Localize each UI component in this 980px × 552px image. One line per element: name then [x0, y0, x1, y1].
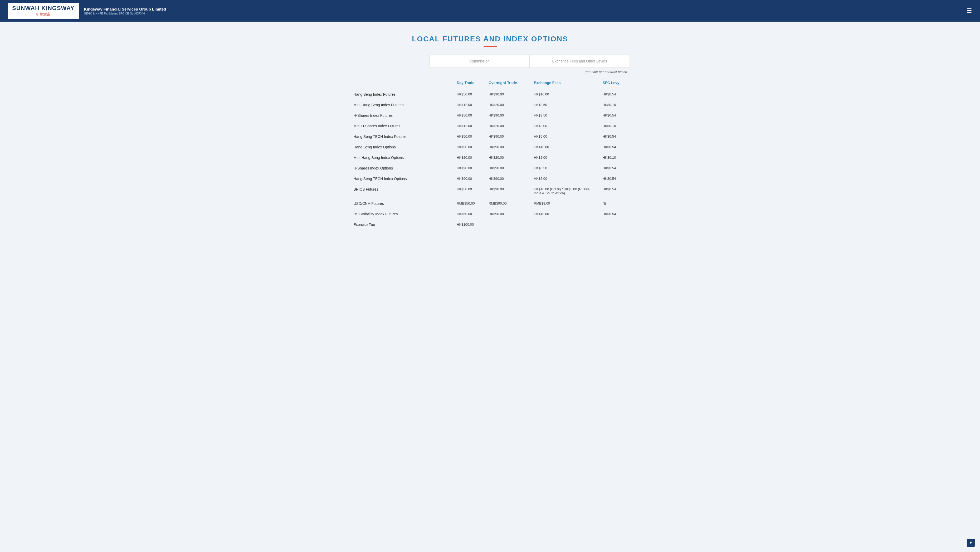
cell-exchange_fees: HK$10.00: [531, 209, 600, 219]
header: SUNWAH KINGSWAY 新華滙富 Kingsway Financial …: [0, 0, 980, 22]
cell-overnight_trade: HK$90.00: [485, 184, 531, 198]
company-subtitle: SEHK & HKFE Participant SFC CE No ADF346: [84, 12, 166, 15]
column-group-headers: Commission Exchange Fees and Other Levie…: [430, 54, 630, 68]
cell-day_trade: HK$12.00: [453, 121, 485, 131]
cell-product: Hang Seng TECH Index Options: [350, 174, 454, 184]
cell-day_trade: HK$90.00: [453, 163, 485, 174]
cell-day_trade: HK$20.00: [453, 152, 485, 163]
cell-day_trade: RMB$50.00: [453, 198, 485, 209]
cell-overnight_trade: HK$20.00: [485, 100, 531, 110]
cell-sfc_levy: HK$0.54: [600, 174, 630, 184]
col-header-exchange-fees: Exchange Fees and Other Levies: [530, 54, 630, 68]
cell-sfc_levy: HK$0.54: [600, 163, 630, 174]
cell-exchange_fees: HK$10.00: [531, 89, 600, 100]
cell-sfc_levy: HK$0.54: [600, 110, 630, 121]
table-row: H-Shares Index OptionsHK$90.00HK$90.00HK…: [350, 163, 630, 174]
col-header-day-trade: Day Trade: [453, 78, 485, 89]
title-underline: [484, 46, 497, 47]
cell-sfc_levy: HK$0.10: [600, 152, 630, 163]
cell-product: HSI Volatility Index Futures: [350, 209, 454, 219]
cell-sfc_levy: HK$0.54: [600, 142, 630, 152]
cell-day_trade: HK$12.00: [453, 100, 485, 110]
cell-day_trade: HK$50.00: [453, 184, 485, 198]
cell-overnight_trade: HK$90.00: [485, 174, 531, 184]
table-row: Hang Seng Index OptionsHK$90.00HK$90.00H…: [350, 142, 630, 152]
cell-product: Mini H-Shares Index Futures: [350, 121, 454, 131]
col-header-sfc-levy: SFC Levy: [600, 78, 630, 89]
cell-product: BRICS Futures: [350, 184, 454, 198]
cell-sfc_levy: HK$0.54: [600, 89, 630, 100]
table-header-row: Day Trade Overnight Trade Exchange Fees …: [350, 78, 630, 89]
page-title: LOCAL FUTURES AND INDEX OPTIONS: [350, 35, 630, 43]
cell-product: H-Shares Index Futures: [350, 110, 454, 121]
col-header-commission: Commission: [430, 54, 530, 68]
cell-day_trade: HK$90.00: [453, 142, 485, 152]
cell-overnight_trade: HK$20.00: [485, 121, 531, 131]
cell-product: Hang Seng Index Futures: [350, 89, 454, 100]
table-row: Mini H-Shares Index FuturesHK$12.00HK$20…: [350, 121, 630, 131]
cell-exchange_fees: HK$2.00: [531, 121, 600, 131]
cell-overnight_trade: HK$90.00: [485, 163, 531, 174]
cell-sfc_levy: HK$0.10: [600, 121, 630, 131]
table-row: H-Shares Index FuturesHK$50.00HK$90.00HK…: [350, 110, 630, 121]
cell-sfc_levy: HK$0.54: [600, 131, 630, 142]
header-company: Kingsway Financial Services Group Limite…: [84, 7, 166, 15]
col-header-exchange-fees: Exchange Fees: [531, 78, 600, 89]
table-row: Hang Seng TECH Index OptionsHK$90.00HK$9…: [350, 174, 630, 184]
cell-overnight_trade: [485, 219, 531, 230]
cell-exchange_fees: HK$3.50: [531, 100, 600, 110]
table-row: USD/CNH FuturesRMB$50.00RMB$90.00RMB$8.0…: [350, 198, 630, 209]
cell-overnight_trade: HK$90.00: [485, 89, 531, 100]
cell-exchange_fees: HK$3.50: [531, 110, 600, 121]
cell-sfc_levy: [600, 219, 630, 230]
col-header-product: [350, 78, 454, 89]
cell-overnight_trade: HK$90.00: [485, 110, 531, 121]
cell-exchange_fees: HK$5.00: [531, 174, 600, 184]
main-content: LOCAL FUTURES AND INDEX OPTIONS Commissi…: [345, 22, 635, 241]
cell-sfc_levy: HK$0.54: [600, 209, 630, 219]
cell-sfc_levy: HK$0.10: [600, 100, 630, 110]
table-row: BRICS FuturesHK$50.00HK$90.00HK$10.00 (B…: [350, 184, 630, 198]
cell-day_trade: HK$50.00: [453, 110, 485, 121]
cell-product: USD/CNH Futures: [350, 198, 454, 209]
cell-product: Hang Seng Index Options: [350, 142, 454, 152]
cell-product: H-Shares Index Options: [350, 163, 454, 174]
hamburger-menu-icon[interactable]: ☰: [966, 7, 972, 14]
logo-chinese: 新華滙富: [36, 12, 51, 17]
per-side-note: (per side per contract basis): [350, 70, 630, 74]
table-row: Exercise FeeHK$100.00: [350, 219, 630, 230]
cell-overnight_trade: HK$90.00: [485, 131, 531, 142]
cell-day_trade: HK$50.00: [453, 209, 485, 219]
table-row: Mini-Hang Seng Index OptionsHK$20.00HK$2…: [350, 152, 630, 163]
logo-kingsway-text: KINGSWAY: [41, 5, 75, 11]
cell-overnight_trade: HK$90.00: [485, 209, 531, 219]
cell-overnight_trade: HK$20.00: [485, 152, 531, 163]
cell-exchange_fees: HK$10.00: [531, 142, 600, 152]
cell-day_trade: HK$50.00: [453, 131, 485, 142]
cell-product: Mini-Hang Seng Index Futures: [350, 100, 454, 110]
header-left: SUNWAH KINGSWAY 新華滙富 Kingsway Financial …: [8, 3, 166, 19]
logo-sunwah-text: SUNWAH: [12, 5, 40, 11]
scroll-down-indicator[interactable]: ▼: [967, 539, 975, 547]
cell-product: Hang Seng TECH Index Futures: [350, 131, 454, 142]
cell-exchange_fees: HK$5.00: [531, 131, 600, 142]
logo-sunwah: SUNWAH KINGSWAY: [12, 5, 75, 11]
cell-day_trade: HK$100.00: [453, 219, 485, 230]
cell-exchange_fees: [531, 219, 600, 230]
table-row: HSI Volatility Index FuturesHK$50.00HK$9…: [350, 209, 630, 219]
cell-overnight_trade: HK$90.00: [485, 142, 531, 152]
cell-exchange_fees: HK$2.00: [531, 152, 600, 163]
cell-day_trade: HK$50.00: [453, 89, 485, 100]
cell-sfc_levy: HK$0.54: [600, 184, 630, 198]
fees-table: Day Trade Overnight Trade Exchange Fees …: [350, 78, 630, 230]
cell-exchange_fees: HK$10.00 (Brazil) / HK$5.00 (Russia, Ind…: [531, 184, 600, 198]
cell-product: Exercise Fee: [350, 219, 454, 230]
cell-sfc_levy: Nil: [600, 198, 630, 209]
cell-day_trade: HK$90.00: [453, 174, 485, 184]
logo[interactable]: SUNWAH KINGSWAY 新華滙富: [8, 3, 79, 19]
col-header-overnight-trade: Overnight Trade: [485, 78, 531, 89]
cell-overnight_trade: RMB$90.00: [485, 198, 531, 209]
table-row: Hang Seng TECH Index FuturesHK$50.00HK$9…: [350, 131, 630, 142]
cell-product: Mini-Hang Seng Index Options: [350, 152, 454, 163]
table-row: Hang Seng Index FuturesHK$50.00HK$90.00H…: [350, 89, 630, 100]
